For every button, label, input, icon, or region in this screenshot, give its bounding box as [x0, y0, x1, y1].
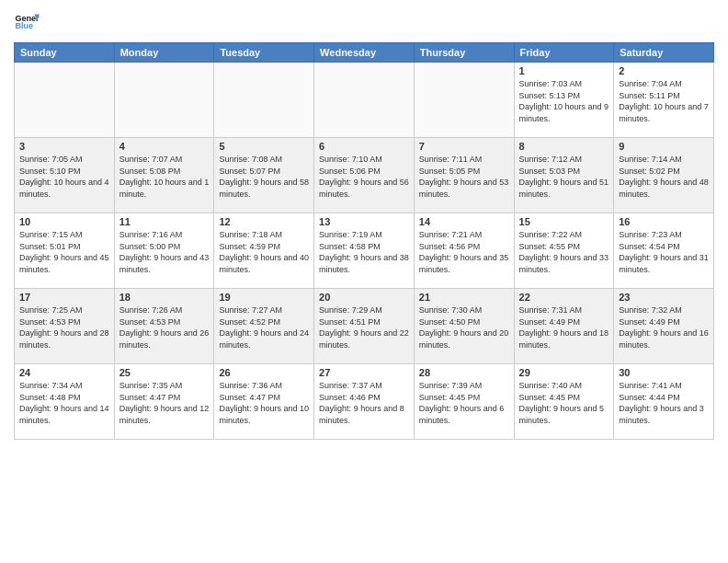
calendar-cell: 16Sunrise: 7:23 AM Sunset: 4:54 PM Dayli…: [614, 213, 714, 289]
calendar-cell: 14Sunrise: 7:21 AM Sunset: 4:56 PM Dayli…: [414, 213, 514, 289]
day-info: Sunrise: 7:29 AM Sunset: 4:51 PM Dayligh…: [319, 304, 409, 350]
day-number: 12: [219, 216, 309, 227]
day-info: Sunrise: 7:30 AM Sunset: 4:50 PM Dayligh…: [419, 304, 509, 350]
calendar-cell: 13Sunrise: 7:19 AM Sunset: 4:58 PM Dayli…: [314, 213, 415, 289]
day-number: 9: [619, 141, 709, 152]
day-info: Sunrise: 7:05 AM Sunset: 5:10 PM Dayligh…: [19, 154, 109, 200]
day-info: Sunrise: 7:39 AM Sunset: 4:45 PM Dayligh…: [419, 380, 509, 426]
day-number: 16: [619, 216, 709, 227]
day-info: Sunrise: 7:41 AM Sunset: 4:44 PM Dayligh…: [619, 380, 709, 426]
calendar-cell: [314, 63, 415, 138]
day-header-saturday: Saturday: [614, 43, 714, 63]
day-info: Sunrise: 7:11 AM Sunset: 5:05 PM Dayligh…: [419, 154, 509, 200]
day-number: 18: [119, 292, 210, 303]
day-number: 19: [219, 292, 309, 303]
day-number: 25: [119, 367, 210, 378]
day-info: Sunrise: 7:04 AM Sunset: 5:11 PM Dayligh…: [619, 78, 709, 124]
day-number: 1: [519, 65, 609, 76]
day-info: Sunrise: 7:19 AM Sunset: 4:58 PM Dayligh…: [319, 229, 409, 275]
calendar-cell: 29Sunrise: 7:40 AM Sunset: 4:45 PM Dayli…: [514, 364, 614, 440]
day-info: Sunrise: 7:18 AM Sunset: 4:59 PM Dayligh…: [219, 229, 309, 275]
calendar-header: SundayMondayTuesdayWednesdayThursdayFrid…: [15, 43, 714, 63]
day-number: 30: [619, 367, 709, 378]
day-info: Sunrise: 7:27 AM Sunset: 4:52 PM Dayligh…: [219, 304, 309, 350]
day-number: 10: [19, 216, 109, 227]
calendar-cell: 8Sunrise: 7:12 AM Sunset: 5:03 PM Daylig…: [514, 138, 614, 213]
day-number: 4: [119, 141, 210, 152]
calendar-cell: [414, 63, 514, 138]
day-info: Sunrise: 7:37 AM Sunset: 4:46 PM Dayligh…: [319, 380, 409, 426]
day-number: 21: [419, 292, 509, 303]
calendar-cell: 20Sunrise: 7:29 AM Sunset: 4:51 PM Dayli…: [314, 289, 415, 364]
calendar-cell: 17Sunrise: 7:25 AM Sunset: 4:53 PM Dayli…: [15, 289, 115, 364]
logo: General Blue: [14, 9, 40, 35]
day-number: 5: [219, 141, 309, 152]
day-info: Sunrise: 7:07 AM Sunset: 5:08 PM Dayligh…: [119, 154, 210, 200]
day-info: Sunrise: 7:12 AM Sunset: 5:03 PM Dayligh…: [519, 154, 609, 200]
day-number: 27: [319, 367, 409, 378]
day-header-thursday: Thursday: [414, 43, 514, 63]
calendar-cell: 3Sunrise: 7:05 AM Sunset: 5:10 PM Daylig…: [15, 138, 115, 213]
calendar-cell: 15Sunrise: 7:22 AM Sunset: 4:55 PM Dayli…: [514, 213, 614, 289]
day-info: Sunrise: 7:10 AM Sunset: 5:06 PM Dayligh…: [319, 154, 409, 200]
calendar-cell: 18Sunrise: 7:26 AM Sunset: 4:53 PM Dayli…: [114, 289, 214, 364]
day-info: Sunrise: 7:25 AM Sunset: 4:53 PM Dayligh…: [19, 304, 109, 350]
day-info: Sunrise: 7:36 AM Sunset: 4:47 PM Dayligh…: [219, 380, 309, 426]
calendar-cell: 1Sunrise: 7:03 AM Sunset: 5:13 PM Daylig…: [514, 63, 614, 138]
day-number: 28: [419, 367, 509, 378]
day-number: 24: [19, 367, 109, 378]
day-info: Sunrise: 7:40 AM Sunset: 4:45 PM Dayligh…: [519, 380, 609, 426]
day-number: 20: [319, 292, 409, 303]
calendar-cell: 4Sunrise: 7:07 AM Sunset: 5:08 PM Daylig…: [114, 138, 214, 213]
calendar-table: SundayMondayTuesdayWednesdayThursdayFrid…: [14, 42, 714, 440]
day-info: Sunrise: 7:08 AM Sunset: 5:07 PM Dayligh…: [219, 154, 309, 200]
day-info: Sunrise: 7:35 AM Sunset: 4:47 PM Dayligh…: [119, 380, 210, 426]
calendar-cell: 24Sunrise: 7:34 AM Sunset: 4:48 PM Dayli…: [15, 364, 115, 440]
svg-text:Blue: Blue: [15, 21, 33, 30]
calendar-cell: 28Sunrise: 7:39 AM Sunset: 4:45 PM Dayli…: [414, 364, 514, 440]
day-number: 11: [119, 216, 210, 227]
calendar-cell: 11Sunrise: 7:16 AM Sunset: 5:00 PM Dayli…: [114, 213, 214, 289]
day-number: 17: [19, 292, 109, 303]
page-header: General Blue: [14, 9, 714, 35]
day-info: Sunrise: 7:23 AM Sunset: 4:54 PM Dayligh…: [619, 229, 709, 275]
calendar-cell: 27Sunrise: 7:37 AM Sunset: 4:46 PM Dayli…: [314, 364, 415, 440]
calendar-cell: 30Sunrise: 7:41 AM Sunset: 4:44 PM Dayli…: [614, 364, 714, 440]
day-number: 15: [519, 216, 609, 227]
calendar-cell: 2Sunrise: 7:04 AM Sunset: 5:11 PM Daylig…: [614, 63, 714, 138]
calendar-cell: 26Sunrise: 7:36 AM Sunset: 4:47 PM Dayli…: [214, 364, 314, 440]
calendar-cell: [15, 63, 115, 138]
day-header-monday: Monday: [114, 43, 214, 63]
day-info: Sunrise: 7:22 AM Sunset: 4:55 PM Dayligh…: [519, 229, 609, 275]
day-number: 2: [619, 65, 709, 76]
calendar-cell: 22Sunrise: 7:31 AM Sunset: 4:49 PM Dayli…: [514, 289, 614, 364]
calendar-cell: [214, 63, 314, 138]
calendar-cell: 7Sunrise: 7:11 AM Sunset: 5:05 PM Daylig…: [414, 138, 514, 213]
day-info: Sunrise: 7:14 AM Sunset: 5:02 PM Dayligh…: [619, 154, 709, 200]
calendar-cell: [114, 63, 214, 138]
day-info: Sunrise: 7:16 AM Sunset: 5:00 PM Dayligh…: [119, 229, 210, 275]
day-info: Sunrise: 7:21 AM Sunset: 4:56 PM Dayligh…: [419, 229, 509, 275]
day-number: 29: [519, 367, 609, 378]
calendar-cell: 6Sunrise: 7:10 AM Sunset: 5:06 PM Daylig…: [314, 138, 415, 213]
day-number: 7: [419, 141, 509, 152]
day-number: 13: [319, 216, 409, 227]
calendar-cell: 23Sunrise: 7:32 AM Sunset: 4:49 PM Dayli…: [614, 289, 714, 364]
calendar-cell: 10Sunrise: 7:15 AM Sunset: 5:01 PM Dayli…: [15, 213, 115, 289]
day-header-sunday: Sunday: [15, 43, 115, 63]
calendar-cell: 5Sunrise: 7:08 AM Sunset: 5:07 PM Daylig…: [214, 138, 314, 213]
day-info: Sunrise: 7:03 AM Sunset: 5:13 PM Dayligh…: [519, 78, 609, 124]
logo-icon: General Blue: [14, 9, 40, 35]
day-number: 3: [19, 141, 109, 152]
day-info: Sunrise: 7:31 AM Sunset: 4:49 PM Dayligh…: [519, 304, 609, 350]
day-number: 22: [519, 292, 609, 303]
day-info: Sunrise: 7:34 AM Sunset: 4:48 PM Dayligh…: [19, 380, 109, 426]
day-header-wednesday: Wednesday: [314, 43, 415, 63]
day-number: 14: [419, 216, 509, 227]
day-number: 6: [319, 141, 409, 152]
day-number: 26: [219, 367, 309, 378]
day-header-friday: Friday: [514, 43, 614, 63]
day-number: 23: [619, 292, 709, 303]
day-info: Sunrise: 7:32 AM Sunset: 4:49 PM Dayligh…: [619, 304, 709, 350]
day-number: 8: [519, 141, 609, 152]
